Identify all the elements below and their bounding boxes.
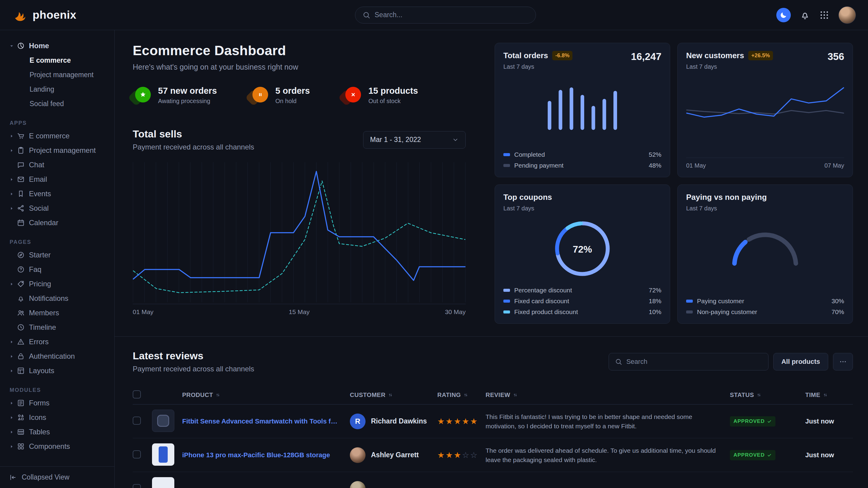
column-header-status[interactable]: STATUS <box>730 392 805 398</box>
table-row[interactable] <box>133 472 853 488</box>
column-header-product[interactable]: PRODUCT <box>182 392 350 398</box>
total-orders-legend: Completed 52% Pending payment 48% <box>503 151 661 169</box>
sidebar: HomeE commerceProject managementLandingS… <box>0 30 115 488</box>
review-text: This Fitbit is fantastic! I was trying t… <box>486 412 730 431</box>
review-text: The order was delivered ahead of schedul… <box>486 446 730 464</box>
axis-label-left: 01 May <box>686 162 706 169</box>
sidebar-item-home[interactable]: Home <box>9 39 106 53</box>
reviews-search-input[interactable] <box>626 358 762 366</box>
clock-icon <box>17 323 25 331</box>
card-period: Last 7 days <box>503 205 552 212</box>
share-icon <box>17 204 25 212</box>
legend-item-fixed-product-discount: Fixed product discount 10% <box>503 308 661 316</box>
caret-right-icon <box>9 148 17 153</box>
sidebar-item-e-commerce[interactable]: E commerce <box>9 129 106 143</box>
search-input[interactable] <box>375 11 528 19</box>
sidebar-item-icons[interactable]: Icons <box>9 410 106 425</box>
sidebar-item-members[interactable]: Members <box>9 306 106 320</box>
caret-right-icon <box>9 206 17 211</box>
home-pie-icon <box>17 42 25 50</box>
sort-icon <box>513 392 518 398</box>
total-sells-title: Total sells <box>133 128 254 140</box>
reviews-search[interactable] <box>609 353 769 370</box>
row-checkbox[interactable] <box>133 417 141 425</box>
page-subtitle: Here's what's going on at your business … <box>133 63 466 71</box>
date-range-select[interactable]: Mar 1 - 31, 2022 <box>363 131 466 149</box>
reviews-subtitle: Payment received across all channels <box>133 365 254 373</box>
paying-card: Paying vs non paying Last 7 days Paying … <box>677 185 853 324</box>
warning-icon <box>17 338 25 346</box>
product-thumbnail[interactable] <box>152 444 174 466</box>
sidebar-item-chat[interactable]: Chat <box>9 158 106 172</box>
sidebar-item-e-commerce[interactable]: E commerce <box>9 53 106 67</box>
column-header-customer[interactable]: CUSTOMER <box>350 392 437 398</box>
navbar-actions <box>776 6 856 24</box>
product-thumbnail[interactable] <box>152 477 174 488</box>
sidebar-item-starter[interactable]: Starter <box>9 248 106 262</box>
sidebar-item-tables[interactable]: Tables <box>9 425 106 439</box>
sort-icon <box>388 392 393 398</box>
caret-right-icon <box>9 429 17 435</box>
more-options-button[interactable] <box>833 353 853 370</box>
sidebar-item-forms[interactable]: Forms <box>9 396 106 410</box>
sidebar-item-faq[interactable]: Faq <box>9 262 106 277</box>
all-products-button[interactable]: All products <box>773 353 828 370</box>
card-title: Paying vs non paying <box>686 193 767 202</box>
sidebar-item-email[interactable]: Email <box>9 172 106 187</box>
caret-right-icon <box>9 444 17 449</box>
table-icon <box>17 428 25 436</box>
stat-caption: Awating processing <box>158 98 217 105</box>
sidebar-item-components[interactable]: Components <box>9 439 106 454</box>
customer-avatar <box>350 447 366 463</box>
row-checkbox[interactable] <box>133 484 141 488</box>
global-search[interactable] <box>355 7 536 24</box>
legend-swatch <box>503 289 510 292</box>
caret-right-icon <box>9 191 17 197</box>
sidebar-item-landing[interactable]: Landing <box>9 82 106 96</box>
caret-right-icon <box>9 368 17 373</box>
table-row[interactable]: Fitbit Sense Advanced Smartwatch with To… <box>133 404 853 438</box>
sidebar-item-social-feed[interactable]: Social feed <box>9 96 106 111</box>
top-coupons-legend: Percentage discount 72% Fixed card disco… <box>503 287 661 316</box>
check-icon <box>767 453 772 458</box>
calendar-icon <box>17 219 25 227</box>
column-header-time[interactable]: TIME <box>805 392 853 398</box>
product-link[interactable]: Fitbit Sense Advanced Smartwatch with To… <box>182 418 350 425</box>
total-sells-subtitle: Payment received across all channels <box>133 143 254 151</box>
column-header-rating[interactable]: RATING <box>437 392 486 398</box>
notifications-button[interactable] <box>800 10 810 20</box>
pause-icon <box>250 87 268 104</box>
grid-icon <box>819 10 829 20</box>
sidebar-item-events[interactable]: Events <box>9 187 106 201</box>
brand[interactable]: phoenix <box>12 7 115 23</box>
sidebar-item-calendar[interactable]: Calendar <box>9 216 106 230</box>
question-icon <box>17 265 25 273</box>
stat-5-orders: 5 orders On hold <box>250 86 310 105</box>
bell-icon <box>17 294 25 302</box>
select-all-checkbox[interactable] <box>133 390 141 398</box>
sidebar-item-project-management[interactable]: Project management <box>9 67 106 82</box>
apps-grid-button[interactable] <box>819 10 829 20</box>
sidebar-item-project-management[interactable]: Project management <box>9 143 106 158</box>
sidebar-item-errors[interactable]: Errors <box>9 334 106 349</box>
mail-icon <box>17 175 25 183</box>
layout-icon <box>17 367 25 375</box>
status-badge: APPROVED <box>730 450 775 460</box>
sidebar-item-authentication[interactable]: Authentication <box>9 349 106 363</box>
theme-toggle-button[interactable] <box>776 8 791 22</box>
moon-icon <box>780 11 787 19</box>
collapse-view-button[interactable]: Collapsed View <box>0 466 114 488</box>
product-thumbnail[interactable] <box>152 410 174 432</box>
product-link[interactable]: iPhone 13 pro max-Pacific Blue-128GB sto… <box>182 451 350 459</box>
review-time: Just now <box>805 418 853 425</box>
user-avatar[interactable] <box>838 6 856 24</box>
table-row[interactable]: iPhone 13 pro max-Pacific Blue-128GB sto… <box>133 438 853 472</box>
row-checkbox[interactable] <box>133 450 141 458</box>
sidebar-item-layouts[interactable]: Layouts <box>9 363 106 378</box>
column-header-review[interactable]: REVIEW <box>486 392 730 398</box>
legend-item-pending-payment: Pending payment 48% <box>503 162 661 169</box>
sidebar-item-notifications[interactable]: Notifications <box>9 291 106 306</box>
sidebar-item-social[interactable]: Social <box>9 201 106 216</box>
sidebar-item-timeline[interactable]: Timeline <box>9 320 106 334</box>
sidebar-item-pricing[interactable]: Pricing <box>9 277 106 291</box>
